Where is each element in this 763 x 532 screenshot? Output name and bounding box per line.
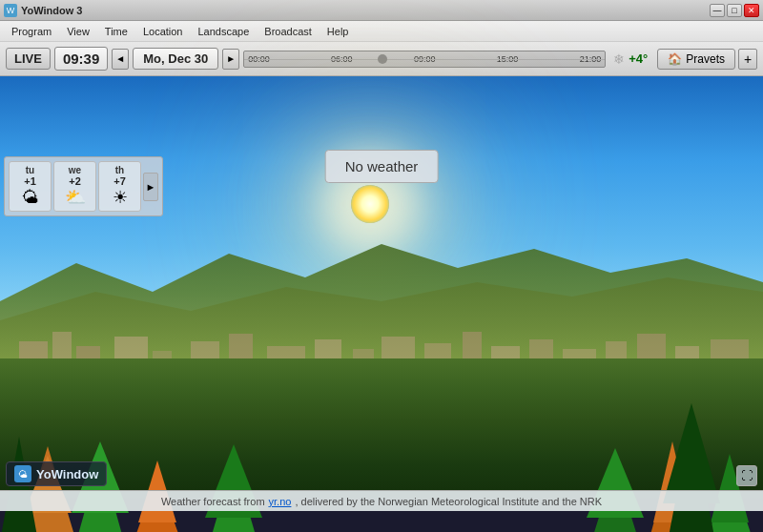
close-button[interactable]: ✕ xyxy=(744,4,759,17)
menu-location[interactable]: Location xyxy=(135,24,191,39)
forecast-icon-2: ☀ xyxy=(101,189,138,206)
forecast-next-button[interactable]: ► xyxy=(143,173,158,201)
time-nav-left[interactable]: ◄ xyxy=(112,49,129,70)
snowflake-icon: ❄ xyxy=(613,51,625,67)
date-display: Mo, Dec 30 xyxy=(133,48,218,70)
add-location-button[interactable]: + xyxy=(738,49,757,70)
forecast-day-name-2: th xyxy=(101,165,138,175)
forecast-day-2: th +7 ☀ xyxy=(98,161,141,212)
forecast-icon-0: 🌤 xyxy=(11,189,49,206)
timeline-line xyxy=(244,59,605,60)
menu-landscape[interactable]: Landscape xyxy=(190,24,257,39)
location-name: Pravets xyxy=(686,52,725,66)
time-display: 09:39 xyxy=(54,47,108,71)
location-bar: 🏠 Pravets + xyxy=(657,49,757,70)
fullscreen-button[interactable]: ⛶ xyxy=(736,465,757,486)
live-badge: LIVE xyxy=(6,48,51,70)
forecast-day-name-0: tu xyxy=(11,165,49,175)
minimize-button[interactable]: — xyxy=(710,4,725,17)
scene-container: ☽ xyxy=(0,76,763,511)
house-icon: 🏠 xyxy=(668,52,682,66)
bottom-bar: Weather forecast from yr.no , delivered … xyxy=(0,490,763,511)
sun xyxy=(351,185,389,223)
menu-view[interactable]: View xyxy=(59,24,97,39)
title-bar: W YoWindow 3 — □ ✕ xyxy=(0,0,763,21)
forecast-day-name-1: we xyxy=(56,165,93,175)
yowindow-logo: 🌤 xyxy=(14,465,31,482)
menu-time[interactable]: Time xyxy=(97,24,135,39)
forecast-icon-1: ⛅ xyxy=(56,189,93,206)
yowindow-badge: 🌤 YoWindow xyxy=(6,461,107,486)
menu-broadcast[interactable]: Broadcast xyxy=(257,24,320,39)
time-nav-right[interactable]: ► xyxy=(222,49,239,70)
temperature-value: +4° xyxy=(629,51,648,66)
forecast-temp-1: +2 xyxy=(56,175,93,187)
menu-program[interactable]: Program xyxy=(4,24,59,39)
controls-bar: LIVE 09:39 ◄ Mo, Dec 30 ► 00:00 06:00 09… xyxy=(0,42,763,76)
forecast-day-0: tu +1 🌤 xyxy=(9,161,52,212)
no-weather-badge: No weather xyxy=(325,150,439,183)
bottom-text-1: Weather forecast from xyxy=(161,496,265,507)
forecast-bar: tu +1 🌤 we +2 ⛅ th +7 ☀ ► xyxy=(4,156,163,216)
app-icon: W xyxy=(4,4,17,17)
menu-bar: Program View Time Location Landscape Bro… xyxy=(0,21,763,42)
yr-no-link[interactable]: yr.no xyxy=(269,496,292,507)
app-title: YoWindow 3 xyxy=(21,5,82,16)
forecast-day-1: we +2 ⛅ xyxy=(53,161,96,212)
timeline-cursor[interactable] xyxy=(378,54,387,64)
menu-help[interactable]: Help xyxy=(320,24,357,39)
timeline[interactable]: 00:00 06:00 09:00 15:00 21:00 xyxy=(243,51,606,68)
temperature-display: ❄ +4° xyxy=(613,51,648,67)
bottom-text-2: , delivered by the Norwegian Meteorologi… xyxy=(295,496,602,507)
maximize-button[interactable]: □ xyxy=(727,4,742,17)
forecast-temp-2: +7 xyxy=(101,175,138,187)
yowindow-text: YoWindow xyxy=(36,467,98,481)
forecast-temp-0: +1 xyxy=(11,175,49,187)
title-controls: — □ ✕ xyxy=(710,4,759,17)
title-bar-left: W YoWindow 3 xyxy=(4,4,82,17)
location-button[interactable]: 🏠 Pravets xyxy=(657,49,735,70)
